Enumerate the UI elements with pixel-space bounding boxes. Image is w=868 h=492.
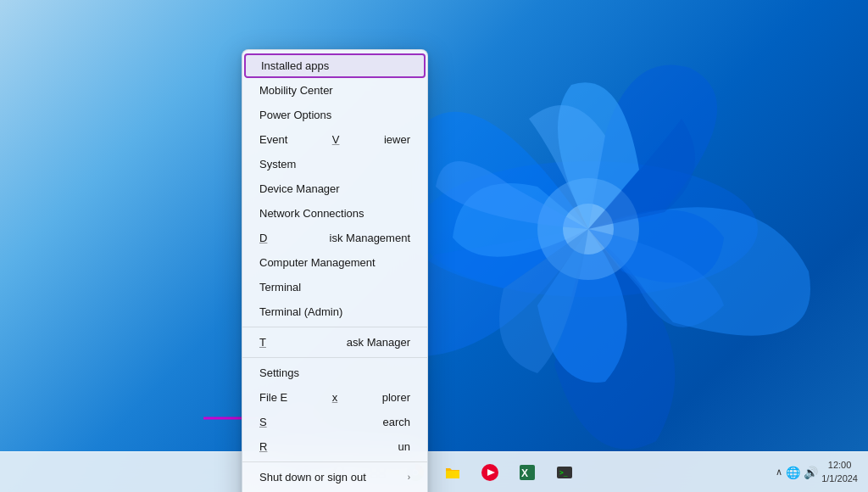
menu-item-installed-apps[interactable]: Installed apps [244,53,426,78]
menu-item-settings[interactable]: Settings [242,361,427,385]
menu-item-computer-management[interactable]: Computer Management [242,250,427,275]
menu-item-event-viewer[interactable]: Event Viewer [242,127,427,152]
submenu-arrow-icon: › [408,472,410,482]
desktop: Installed apps Mobility Center Power Opt… [0,0,868,492]
taskbar-system-tray: ∧ 🌐 🔊 12:00 1/1/2024 [776,459,858,485]
context-menu: Installed apps Mobility Center Power Opt… [242,49,428,492]
system-tray-network-icon[interactable]: 🌐 [786,466,800,479]
menu-divider-1 [242,327,427,327]
system-tray-overflow[interactable]: ∧ [776,467,782,478]
menu-item-system[interactable]: System [242,152,427,176]
menu-item-task-manager[interactable]: Task Manager [242,330,427,355]
menu-item-power-options[interactable]: Power Options [242,103,427,127]
menu-divider-2 [242,357,427,358]
svg-text:>_: >_ [559,469,568,477]
menu-item-run[interactable]: Run [242,434,427,459]
menu-item-terminal-admin[interactable]: Terminal (Admin) [242,299,427,324]
svg-rect-15 [446,471,459,478]
taskbar: X >_ ∧ 🌐 🔊 12:00 1/1/2024 [0,451,868,492]
clock-time: 12:00 [821,459,858,472]
menu-item-search[interactable]: Search [242,410,427,434]
svg-text:X: X [521,467,528,479]
clock-date: 1/1/2024 [821,472,858,485]
taskbar-file-explorer-icon[interactable] [436,456,470,489]
menu-item-shut-down[interactable]: Shut down or sign out › [242,465,427,489]
menu-item-terminal[interactable]: Terminal [242,275,427,299]
system-tray-clock[interactable]: 12:00 1/1/2024 [821,459,858,485]
taskbar-app-red-icon[interactable] [473,456,507,489]
taskbar-terminal-icon[interactable]: >_ [548,456,581,489]
system-tray-sound-icon[interactable]: 🔊 [804,466,818,479]
menu-item-disk-management[interactable]: Disk Management [242,226,427,250]
menu-item-network-connections[interactable]: Network Connections [242,201,427,226]
menu-item-mobility-center[interactable]: Mobility Center [242,78,427,103]
taskbar-excel-icon[interactable]: X [510,456,544,489]
menu-item-device-manager[interactable]: Device Manager [242,176,427,201]
menu-item-file-explorer[interactable]: File Explorer [242,385,427,410]
menu-divider-3 [242,461,427,462]
